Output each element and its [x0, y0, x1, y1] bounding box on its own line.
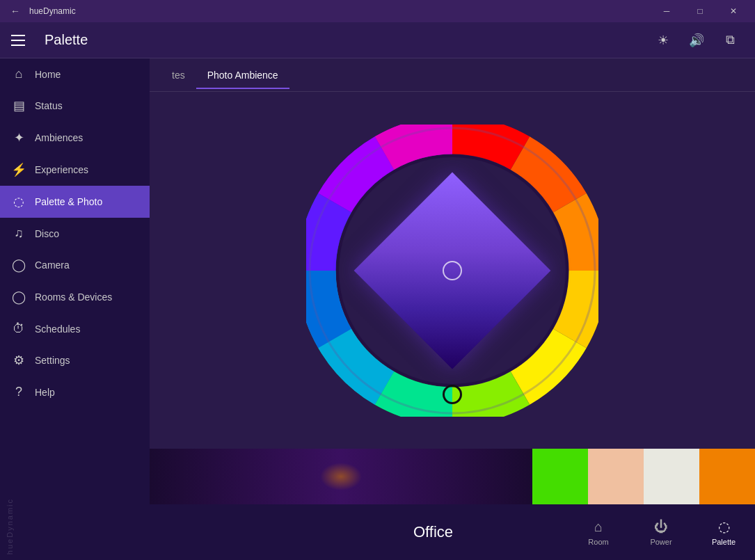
tabs-bar: tes Photo Ambience [150, 58, 755, 92]
experiences-icon: ⚡ [11, 162, 26, 177]
header-icons: ☀ 🔊 ⧉ [649, 26, 744, 54]
palette-nav-label: Palette [712, 538, 736, 546]
sidebar-item-status[interactable]: ▤ Status [0, 90, 150, 122]
room-name: Office [150, 523, 567, 541]
power-nav-icon: ⏻ [654, 519, 668, 535]
tab-tes[interactable]: tes [161, 61, 196, 89]
sidebar-label-help: Help [35, 387, 55, 398]
power-nav-label: Power [650, 538, 671, 546]
bottom-nav-palette[interactable]: ◌ Palette [692, 513, 755, 552]
swatch-dark-bg [150, 449, 532, 504]
page-title: Palette [45, 32, 649, 48]
disco-icon: ♫ [11, 226, 26, 241]
sidebar-label-home: Home [35, 69, 61, 80]
swatch-green[interactable] [532, 449, 588, 504]
swatch-white[interactable] [644, 449, 699, 504]
bottom-nav: ⌂ Room ⏻ Power ◌ Palette [567, 513, 755, 552]
sidebar-item-rooms-devices[interactable]: ◯ Rooms & Devices [0, 281, 150, 313]
sidebar-label-rooms-devices: Rooms & Devices [35, 291, 112, 303]
sidebar-item-disco[interactable]: ♫ Disco [0, 218, 150, 249]
home-icon: ⌂ [11, 67, 26, 81]
close-button[interactable]: ✕ [717, 0, 749, 22]
room-nav-icon: ⌂ [594, 519, 603, 535]
brightness-icon[interactable]: ☀ [649, 26, 677, 54]
hamburger-menu[interactable] [11, 29, 33, 51]
help-icon: ? [11, 385, 26, 399]
sidebar-item-ambiences[interactable]: ✦ Ambiences [0, 122, 150, 154]
sidebar-label-experiences: Experiences [35, 164, 88, 175]
room-nav-label: Room [588, 538, 608, 546]
bottom-nav-room[interactable]: ⌂ Room [567, 513, 630, 552]
sidebar-label-disco: Disco [35, 228, 59, 239]
camera-icon: ◯ [11, 257, 26, 273]
rooms-icon: ◯ [11, 289, 26, 305]
sidebar-label-palette-photo: Palette & Photo [35, 196, 102, 207]
color-wheel[interactable] [306, 125, 598, 417]
maximize-button[interactable]: □ [684, 0, 716, 22]
main-layout: ⌂ Home ▤ Status ✦ Ambiences ⚡ Experience… [0, 58, 755, 560]
sidebar-item-experiences[interactable]: ⚡ Experiences [0, 154, 150, 186]
sidebar-item-settings[interactable]: ⚙ Settings [0, 344, 150, 376]
bottom-bar: Office ⌂ Room ⏻ Power ◌ Palette [150, 504, 755, 560]
minimize-button[interactable]: ─ [651, 0, 683, 22]
swatches-row [150, 449, 755, 504]
sidebar-label-settings: Settings [35, 355, 70, 366]
sidebar-label-ambiences: Ambiences [35, 132, 83, 143]
sound-icon[interactable]: 🔊 [683, 26, 710, 54]
sidebar: ⌂ Home ▤ Status ✦ Ambiences ⚡ Experience… [0, 58, 150, 560]
swatch-orange[interactable] [699, 449, 755, 504]
sidebar-item-home[interactable]: ⌂ Home [0, 58, 150, 90]
content-area: tes Photo Ambience [150, 58, 755, 560]
app-name: hueDynamic [25, 6, 651, 16]
back-button[interactable]: ← [6, 1, 25, 21]
sidebar-item-help[interactable]: ? Help [0, 376, 150, 408]
wheel-area[interactable] [150, 92, 755, 449]
bottom-brightness-indicator[interactable] [443, 385, 462, 404]
window-icon[interactable]: ⧉ [716, 26, 744, 54]
palette-nav-icon: ◌ [718, 518, 730, 535]
settings-icon: ⚙ [11, 353, 26, 368]
sidebar-item-schedules[interactable]: ⏱ Schedules [0, 313, 150, 344]
title-bar: ← hueDynamic ─ □ ✕ [0, 0, 755, 22]
center-color-indicator[interactable] [443, 261, 462, 280]
bottom-nav-power[interactable]: ⏻ Power [630, 513, 692, 552]
swatch-peach[interactable] [588, 449, 644, 504]
sidebar-label-camera: Camera [35, 259, 70, 271]
status-icon: ▤ [11, 98, 26, 113]
sidebar-label-schedules: Schedules [35, 323, 80, 335]
sidebar-item-camera[interactable]: ◯ Camera [0, 249, 150, 281]
palette-icon: ◌ [11, 194, 26, 209]
sidebar-logo: hueDynamic [0, 493, 150, 560]
tab-photo-ambience[interactable]: Photo Ambience [196, 61, 289, 89]
app-header: Palette ☀ 🔊 ⧉ [0, 22, 755, 58]
schedules-icon: ⏱ [11, 321, 26, 336]
ambiences-icon: ✦ [11, 130, 26, 145]
sidebar-label-status: Status [35, 100, 63, 111]
diamond-shape [369, 187, 536, 354]
window-controls: ─ □ ✕ [651, 0, 749, 22]
sidebar-item-palette-photo[interactable]: ◌ Palette & Photo [0, 186, 150, 218]
